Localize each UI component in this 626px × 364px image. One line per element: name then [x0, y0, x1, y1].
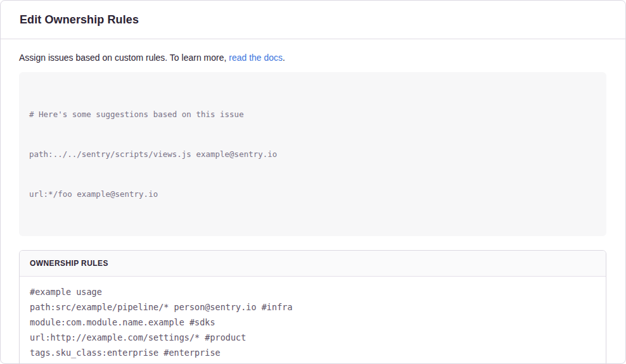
ownership-rules-textarea[interactable] — [20, 277, 606, 364]
ownership-rules-panel: OWNERSHIP RULES — [19, 250, 606, 364]
suggestion-line: path:../../sentry/scripts/views.js examp… — [29, 147, 596, 161]
modal-body: Assign issues based on custom rules. To … — [1, 39, 625, 364]
read-the-docs-link[interactable]: read the docs — [229, 53, 283, 63]
suggestion-line: url:*/foo example@sentry.io — [29, 187, 596, 201]
edit-ownership-rules-modal: Edit Ownership Rules Assign issues based… — [0, 0, 626, 364]
page-title: Edit Ownership Rules — [20, 13, 139, 27]
ownership-rules-panel-title: OWNERSHIP RULES — [30, 259, 596, 268]
intro-text-after-link: . — [283, 53, 285, 63]
suggestion-line: # Here's some suggestions based on this … — [29, 108, 596, 121]
modal-header: Edit Ownership Rules — [1, 1, 625, 39]
intro-text: Assign issues based on custom rules. To … — [19, 51, 606, 64]
ownership-rules-panel-header: OWNERSHIP RULES — [20, 251, 606, 277]
intro-text-before-link: Assign issues based on custom rules. To … — [19, 53, 229, 63]
suggestions-code-block: # Here's some suggestions based on this … — [19, 72, 606, 236]
